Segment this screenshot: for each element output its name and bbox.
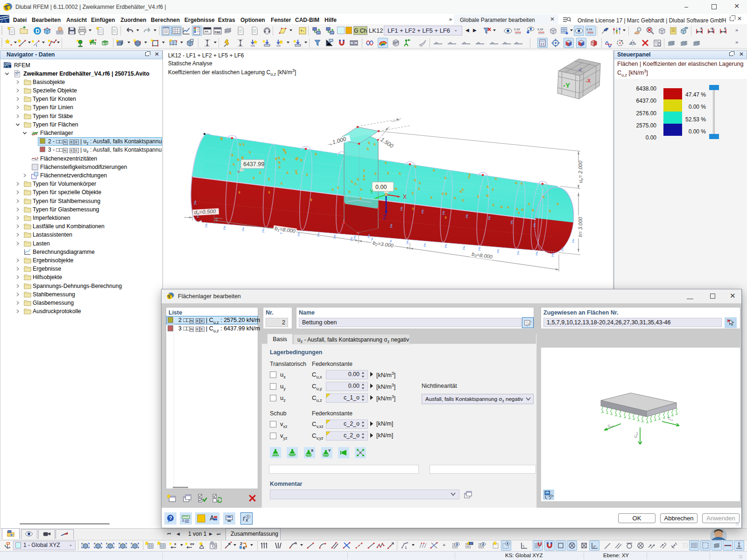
svg-text:?: ? bbox=[169, 515, 172, 521]
svg-text:x: x bbox=[174, 542, 176, 546]
svg-text:I: I bbox=[36, 43, 37, 48]
svg-text:z: z bbox=[724, 26, 726, 30]
svg-text:b3=8.000: b3=8.000 bbox=[471, 251, 493, 260]
svg-text:Cu,z: Cu,z bbox=[634, 432, 638, 438]
svg-text:-Y: -Y bbox=[563, 81, 570, 89]
svg-text:X: X bbox=[311, 448, 314, 453]
svg-text:6: 6 bbox=[5, 6, 8, 11]
svg-text:Y: Y bbox=[370, 189, 374, 195]
svg-text:X: X bbox=[403, 194, 407, 200]
svg-text:D: D bbox=[35, 28, 40, 35]
svg-text:-y: -y bbox=[710, 26, 714, 30]
svg-text:2: 2 bbox=[240, 541, 242, 546]
svg-text:1: 1 bbox=[405, 546, 407, 550]
svg-text:6: 6 bbox=[168, 295, 170, 299]
svg-text:f: f bbox=[243, 515, 245, 522]
svg-text:0.00: 0.00 bbox=[182, 518, 189, 523]
svg-text:6437.99: 6437.99 bbox=[243, 161, 264, 168]
svg-text:x.xx: x.xx bbox=[537, 28, 543, 31]
svg-text:xx: xx bbox=[190, 542, 194, 546]
svg-text:x: x bbox=[700, 26, 703, 30]
svg-text:>>_: >>_ bbox=[204, 30, 210, 33]
svg-text:h= 3.000: h= 3.000 bbox=[578, 217, 583, 237]
svg-text:Cu,x: Cu,x bbox=[667, 416, 674, 421]
svg-text:Z: Z bbox=[383, 214, 386, 221]
svg-text:Y: Y bbox=[328, 448, 331, 453]
svg-text:-X: -X bbox=[585, 78, 591, 84]
svg-text:x.xx: x.xx bbox=[586, 28, 592, 31]
svg-text:+-: +- bbox=[300, 28, 304, 33]
svg-text:Cu,y: Cu,y bbox=[607, 423, 614, 428]
svg-text:>sc: >sc bbox=[214, 30, 221, 34]
svg-text:6: 6 bbox=[243, 546, 245, 550]
svg-text:0.00: 0.00 bbox=[375, 184, 387, 190]
svg-text:x.xx: x.xx bbox=[514, 28, 520, 31]
